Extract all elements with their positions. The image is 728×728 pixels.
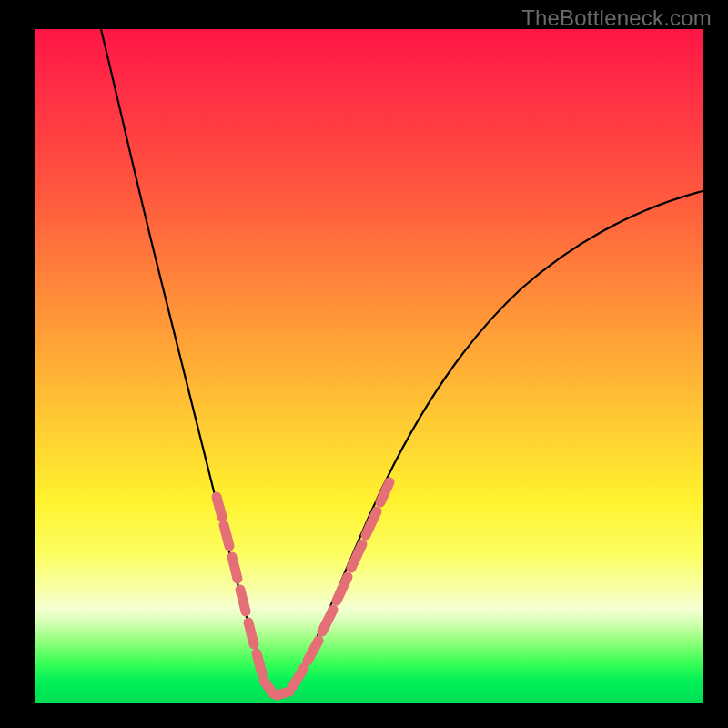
marker-point xyxy=(217,497,222,517)
marker-point xyxy=(257,653,262,673)
marker-point xyxy=(248,622,254,644)
marker-point xyxy=(308,641,318,661)
marker-point xyxy=(322,610,333,632)
marker-point xyxy=(380,482,389,502)
marker-point xyxy=(366,511,377,535)
marker-point xyxy=(351,544,362,568)
marker-group xyxy=(217,482,389,695)
marker-point xyxy=(224,525,229,546)
marker-point xyxy=(264,681,273,693)
marker-point xyxy=(232,557,238,579)
chart-frame: TheBottleneck.com xyxy=(0,0,728,728)
bottleneck-curve xyxy=(101,29,703,697)
plot-area xyxy=(35,29,703,703)
curve-layer xyxy=(35,29,703,703)
watermark-text: TheBottleneck.com xyxy=(521,5,712,31)
marker-point xyxy=(277,692,289,695)
marker-point xyxy=(240,590,246,612)
marker-point xyxy=(293,668,304,686)
marker-point xyxy=(337,577,348,601)
